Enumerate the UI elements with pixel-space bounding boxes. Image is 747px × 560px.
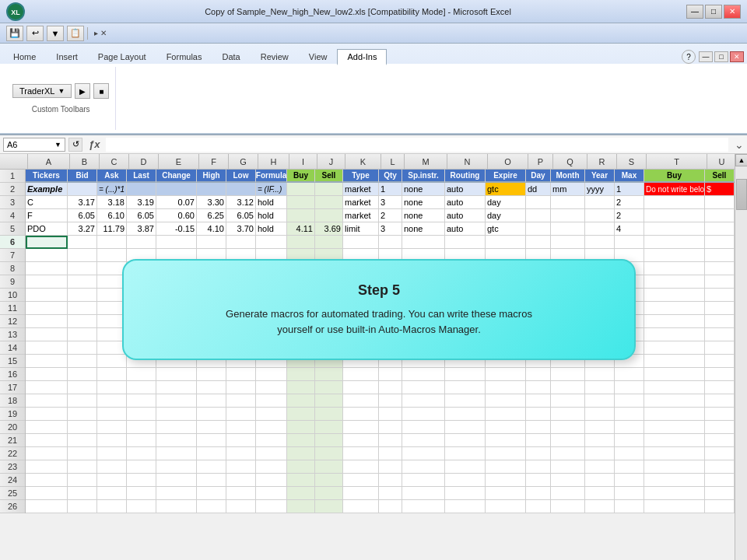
cell-p24[interactable] (526, 474, 551, 487)
cell-t11[interactable] (644, 302, 705, 315)
cell-j18[interactable] (315, 394, 343, 408)
cell-u25[interactable] (705, 487, 735, 500)
cell-r16[interactable] (585, 368, 615, 381)
col-header-c[interactable]: C (100, 154, 129, 169)
cell-q2[interactable]: mm (551, 183, 585, 196)
row-header-9[interactable]: 9 (0, 275, 25, 289)
cell-n16[interactable] (445, 368, 486, 381)
cell-b18[interactable] (68, 394, 97, 408)
cell-a10[interactable] (26, 289, 68, 302)
cell-c16[interactable] (97, 368, 127, 381)
cell-q5[interactable] (551, 222, 585, 236)
cell-u9[interactable] (705, 275, 735, 289)
cell-b19[interactable] (68, 408, 97, 421)
cell-s20[interactable] (615, 421, 644, 434)
cell-c15[interactable] (97, 355, 127, 368)
cell-b16[interactable] (68, 368, 97, 381)
cell-c3[interactable]: 3.18 (97, 196, 127, 209)
cell-f17[interactable] (197, 381, 226, 394)
cell-f5[interactable]: 4.10 (197, 222, 226, 236)
cell-p26[interactable] (526, 500, 551, 513)
cell-f24[interactable] (197, 474, 226, 487)
col-header-j[interactable]: J (317, 154, 345, 169)
cell-r17[interactable] (585, 381, 615, 394)
cell-b4[interactable]: 6.05 (68, 209, 97, 222)
col-header-p[interactable]: P (528, 154, 553, 169)
cell-l5[interactable]: 3 (379, 222, 402, 236)
cell-l6[interactable] (379, 236, 402, 249)
cell-p3[interactable] (526, 196, 551, 209)
cell-b14[interactable] (68, 341, 97, 355)
cell-k17[interactable] (343, 381, 379, 394)
cell-h4[interactable]: hold (256, 209, 287, 222)
cell-b24[interactable] (68, 474, 97, 487)
cell-u13[interactable] (705, 328, 735, 341)
cell-b25[interactable] (68, 487, 97, 500)
maximize-button[interactable]: □ (705, 5, 722, 19)
cell-s18[interactable] (615, 394, 644, 408)
cell-o23[interactable] (486, 460, 526, 474)
cell-m19[interactable] (402, 408, 445, 421)
cell-p19[interactable] (526, 408, 551, 421)
cell-r24[interactable] (585, 474, 615, 487)
cell-t24[interactable] (644, 474, 705, 487)
tab-insert[interactable]: Insert (46, 49, 88, 64)
ribbon-play-btn[interactable]: ▶ (75, 83, 90, 99)
cell-j24[interactable] (315, 474, 343, 487)
cell-o21[interactable] (486, 434, 526, 447)
row-header-23[interactable]: 23 (0, 460, 25, 474)
ribbon-stop-btn[interactable]: ■ (93, 83, 109, 99)
cell-s16[interactable] (615, 368, 644, 381)
cell-a25[interactable] (26, 487, 68, 500)
cell-f4[interactable]: 6.25 (197, 209, 226, 222)
cell-n4[interactable]: auto (445, 209, 486, 222)
cell-a19[interactable] (26, 408, 68, 421)
cell-f6[interactable] (197, 236, 226, 249)
cell-b23[interactable] (68, 460, 97, 474)
cell-m20[interactable] (402, 421, 445, 434)
cell-b15[interactable] (68, 355, 97, 368)
cell-i26[interactable] (287, 500, 315, 513)
cell-a17[interactable] (26, 381, 68, 394)
cell-k23[interactable] (343, 460, 379, 474)
tab-data[interactable]: Data (212, 49, 250, 64)
help-button[interactable]: ? (682, 50, 696, 64)
cell-l26[interactable] (379, 500, 402, 513)
cell-c6[interactable] (97, 236, 127, 249)
cell-a2[interactable]: Example (26, 183, 68, 196)
cell-t10[interactable] (644, 289, 705, 302)
cell-b7[interactable] (68, 249, 97, 262)
cell-k20[interactable] (343, 421, 379, 434)
cell-s2[interactable]: 1 (615, 183, 644, 196)
cell-g18[interactable] (226, 394, 256, 408)
cell-o2[interactable]: gtc (486, 183, 526, 196)
cell-r20[interactable] (585, 421, 615, 434)
cell-h17[interactable] (256, 381, 287, 394)
cell-f18[interactable] (197, 394, 226, 408)
col-header-g[interactable]: G (229, 154, 258, 169)
cell-i1[interactable]: Buy (287, 170, 315, 183)
cell-n18[interactable] (445, 394, 486, 408)
cell-t23[interactable] (644, 460, 705, 474)
cell-s5[interactable]: 4 (615, 222, 644, 236)
cell-t22[interactable] (644, 447, 705, 460)
cell-k4[interactable]: market (343, 209, 379, 222)
cell-u16[interactable] (705, 368, 735, 381)
cell-k26[interactable] (343, 500, 379, 513)
cell-o1[interactable]: Expire (486, 170, 526, 183)
row-header-25[interactable]: 25 (0, 487, 25, 500)
cell-c25[interactable] (97, 487, 127, 500)
scrollbar-up-btn[interactable]: ▲ (735, 154, 747, 166)
cell-l18[interactable] (379, 394, 402, 408)
cell-f1[interactable]: High (197, 170, 226, 183)
cell-c17[interactable] (97, 381, 127, 394)
cell-t20[interactable] (644, 421, 705, 434)
cell-q1[interactable]: Month (551, 170, 585, 183)
cell-u2[interactable]: $ (705, 183, 735, 196)
col-header-k[interactable]: K (345, 154, 381, 169)
col-header-l[interactable]: L (381, 154, 405, 169)
cell-d4[interactable]: 6.05 (127, 209, 156, 222)
cell-d26[interactable] (127, 500, 156, 513)
cell-l22[interactable] (379, 447, 402, 460)
tab-formulas[interactable]: Formulas (156, 49, 212, 64)
